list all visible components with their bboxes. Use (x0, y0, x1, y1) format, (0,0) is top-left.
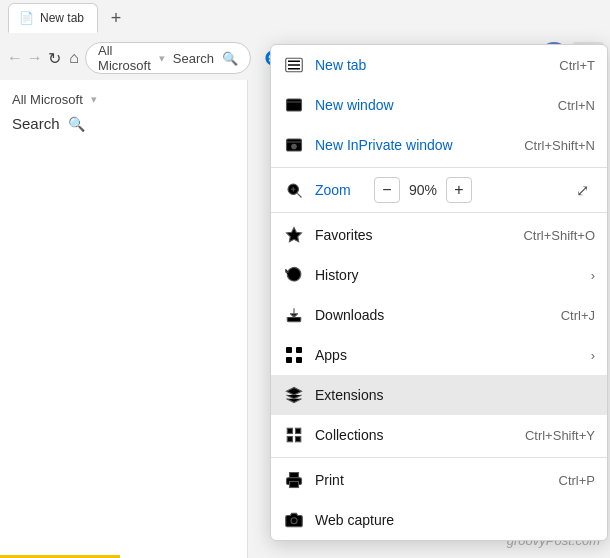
menu-item-apps[interactable]: Apps › (271, 335, 607, 375)
forward-button[interactable]: → (26, 44, 44, 72)
panel-search-icon: 🔍 (68, 116, 85, 132)
menu-new-tab-shortcut: Ctrl+T (559, 58, 595, 73)
zoom-icon (283, 179, 305, 201)
zoom-value: 90% (406, 182, 440, 198)
extensions-icon (283, 384, 305, 406)
svg-rect-16 (286, 347, 292, 353)
zoom-expand-button[interactable]: ⤢ (569, 177, 595, 203)
menu-item-zoom: Zoom − 90% + ⤢ (271, 170, 607, 210)
history-icon (283, 264, 305, 286)
refresh-button[interactable]: ↻ (46, 44, 64, 72)
svg-rect-23 (296, 437, 301, 442)
menu-item-inprivate[interactable]: New InPrivate window Ctrl+Shift+N (271, 125, 607, 165)
menu-item-new-window[interactable]: New window Ctrl+N (271, 85, 607, 125)
chevron-down-icon: ▾ (159, 52, 165, 65)
menu-item-history[interactable]: History › (271, 255, 607, 295)
home-button[interactable]: ⌂ (65, 44, 83, 72)
menu-item-extensions[interactable]: Extensions (271, 375, 607, 415)
dropdown-menu: New tab Ctrl+T New window Ctrl+N New InP… (270, 44, 608, 541)
menu-print-shortcut: Ctrl+P (559, 473, 595, 488)
panel-header: All Microsoft ▾ (12, 92, 235, 107)
divider-1 (271, 167, 607, 168)
panel-chevron-icon: ▾ (91, 93, 97, 106)
svg-rect-18 (286, 357, 292, 363)
tab-item[interactable]: 📄 New tab (8, 3, 98, 33)
svg-rect-20 (287, 428, 292, 433)
new-tab-icon (283, 54, 305, 76)
menu-item-print[interactable]: Print Ctrl+P (271, 460, 607, 500)
menu-downloads-shortcut: Ctrl+J (561, 308, 595, 323)
tab-label: New tab (40, 11, 84, 25)
svg-point-9 (292, 144, 297, 149)
new-window-icon (283, 94, 305, 116)
address-search-text: Search (173, 51, 214, 66)
menu-favorites-shortcut: Ctrl+Shift+O (523, 228, 595, 243)
svg-rect-5 (287, 99, 302, 111)
menu-new-window-shortcut: Ctrl+N (558, 98, 595, 113)
menu-collections-shortcut: Ctrl+Shift+Y (525, 428, 595, 443)
history-arrow-icon: › (591, 268, 595, 283)
panel-search-text: Search (12, 115, 60, 132)
menu-downloads-label: Downloads (315, 307, 561, 323)
menu-print-label: Print (315, 472, 559, 488)
apps-arrow-icon: › (591, 348, 595, 363)
collections-menu-icon (283, 424, 305, 446)
address-search-icon: 🔍 (222, 51, 238, 66)
print-icon (283, 469, 305, 491)
downloads-icon (283, 304, 305, 326)
menu-item-downloads[interactable]: Downloads Ctrl+J (271, 295, 607, 335)
content-panel: All Microsoft ▾ Search 🔍 (0, 80, 248, 558)
menu-item-web-capture[interactable]: Web capture (271, 500, 607, 540)
menu-history-label: History (315, 267, 591, 283)
zoom-plus-button[interactable]: + (446, 177, 472, 203)
svg-rect-22 (287, 437, 292, 442)
menu-inprivate-label: New InPrivate window (315, 137, 524, 153)
svg-marker-14 (287, 228, 302, 242)
menu-extensions-label: Extensions (315, 387, 595, 403)
favorites-menu-icon (283, 224, 305, 246)
back-button[interactable]: ← (6, 44, 24, 72)
svg-rect-17 (296, 347, 302, 353)
svg-rect-19 (296, 357, 302, 363)
menu-inprivate-shortcut: Ctrl+Shift+N (524, 138, 595, 153)
svg-line-11 (297, 193, 301, 197)
apps-menu-icon (283, 344, 305, 366)
divider-3 (271, 457, 607, 458)
menu-favorites-label: Favorites (315, 227, 523, 243)
zoom-minus-button[interactable]: − (374, 177, 400, 203)
tab-strip: 📄 New tab + (0, 0, 610, 36)
menu-apps-label: Apps (315, 347, 591, 363)
zoom-controls: − 90% + (374, 177, 472, 203)
menu-item-new-tab[interactable]: New tab Ctrl+T (271, 45, 607, 85)
svg-rect-24 (290, 482, 299, 488)
zoom-label: Zoom (315, 182, 370, 198)
svg-point-25 (291, 518, 297, 524)
menu-item-collections[interactable]: Collections Ctrl+Shift+Y (271, 415, 607, 455)
tab-icon: 📄 (19, 11, 34, 25)
address-bar[interactable]: All Microsoft ▾ Search 🔍 (85, 42, 251, 74)
new-tab-button[interactable]: + (102, 4, 130, 32)
divider-2 (271, 212, 607, 213)
menu-new-tab-label: New tab (315, 57, 559, 73)
web-capture-icon (283, 509, 305, 531)
menu-collections-label: Collections (315, 427, 525, 443)
panel-search: Search 🔍 (12, 115, 235, 132)
all-microsoft-label: All Microsoft (12, 92, 83, 107)
inprivate-icon (283, 134, 305, 156)
address-allms-label: All Microsoft (98, 43, 151, 73)
menu-new-window-label: New window (315, 97, 558, 113)
menu-web-capture-label: Web capture (315, 512, 595, 528)
menu-item-favorites[interactable]: Favorites Ctrl+Shift+O (271, 215, 607, 255)
svg-rect-21 (296, 428, 301, 433)
